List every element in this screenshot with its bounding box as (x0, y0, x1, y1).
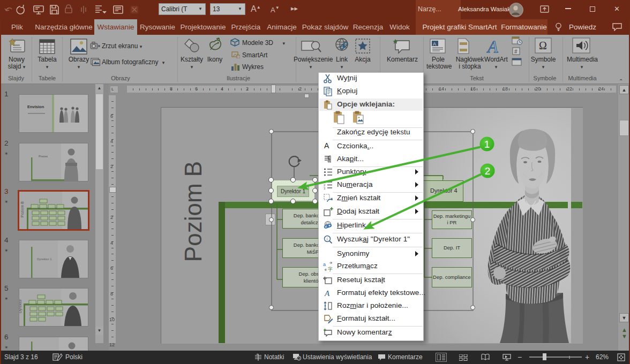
svg-text:2: 2 (485, 165, 491, 177)
svg-text:1: 1 (484, 139, 490, 150)
